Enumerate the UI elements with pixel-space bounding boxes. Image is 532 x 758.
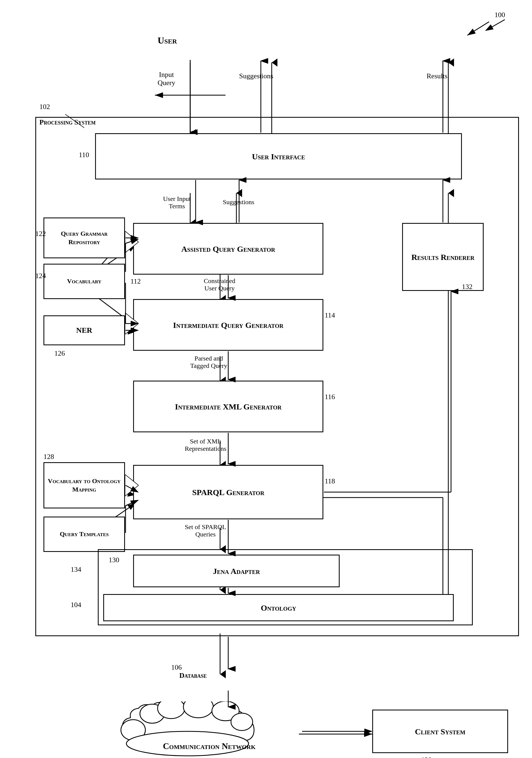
set-xml-repr-label: Set of XMLRepresentations [185, 438, 226, 452]
assisted-query-gen-box: Assisted Query Generator [133, 223, 323, 275]
ref-104: 104 [71, 601, 81, 609]
client-system-box: Client System [372, 709, 508, 753]
suggestions-label-top: Suggestions [239, 72, 273, 80]
ref-134: 134 [71, 566, 81, 574]
query-templates-label: Query Templates [60, 530, 109, 538]
ref-100: 100 [494, 11, 505, 19]
svg-marker-40 [125, 474, 139, 496]
set-sparql-queries-label: Set of SPARQLQueries [185, 523, 226, 538]
intermediate-xml-gen-box: Intermediate XML Generator [133, 381, 323, 432]
user-input-terms-label: User InputTerms [163, 195, 191, 210]
svg-point-31 [158, 702, 185, 719]
vocab-ontology-mapping-label: Vocabulary to Ontology Mapping [44, 477, 124, 494]
svg-marker-39 [125, 313, 139, 334]
jena-adapter-label: Jena Adapter [213, 566, 260, 576]
jena-adapter-box: Jena Adapter [133, 555, 340, 587]
comm-network-cloud: Communication Network [117, 702, 302, 758]
vocabulary-box: Vocabulary [44, 264, 125, 299]
ref-126: 126 [54, 349, 65, 358]
suggestions-label-mid: Suggestions [223, 198, 254, 206]
chevron-qgr [125, 231, 139, 253]
ref-118: 118 [325, 477, 335, 485]
ref-114: 114 [325, 311, 335, 320]
ref-128: 128 [44, 453, 54, 461]
ref-122: 122 [35, 230, 46, 238]
svg-line-70 [486, 19, 505, 30]
ref-120: 120 [421, 756, 432, 758]
user-interface-label: User Interface [252, 151, 305, 162]
svg-marker-38 [125, 231, 139, 253]
vocab-ontology-mapping-box: Vocabulary to Ontology Mapping [44, 462, 125, 508]
svg-point-34 [231, 713, 253, 731]
ref-102: 102 [39, 103, 50, 111]
intermediate-query-gen-label: Intermediate Query Generator [173, 320, 283, 330]
user-interface-box: User Interface [95, 133, 462, 180]
ref-110: 110 [79, 151, 89, 159]
assisted-query-gen-label: Assisted Query Generator [181, 244, 275, 254]
intermediate-query-gen-box: Intermediate Query Generator [133, 299, 323, 351]
results-renderer-label: Results Renderer [411, 252, 474, 262]
ref-106: 106 [171, 663, 182, 672]
ref-132: 132 [462, 283, 473, 291]
constrained-user-query-label: ConstrainedUser Query [204, 277, 235, 292]
user-label: User [158, 35, 177, 46]
results-label-top: Results [427, 72, 448, 80]
ontology-box: Ontology [103, 594, 454, 621]
database-label: Database [179, 672, 207, 680]
sparql-gen-box: SPARQL Generator [133, 465, 323, 519]
query-grammar-repo-box: Query Grammar Repository [44, 218, 125, 258]
input-query-label: InputQuery [158, 71, 175, 87]
intermediate-xml-gen-label: Intermediate XML Generator [175, 401, 282, 412]
ontology-label: Ontology [261, 603, 296, 613]
query-grammar-repo-label: Query Grammar Repository [44, 229, 124, 246]
ref-124: 124 [35, 272, 46, 280]
ref-112: 112 [130, 277, 141, 286]
parsed-tagged-query-label: Parsed andTagged Query [190, 355, 227, 369]
chevron-vocab-ont [125, 474, 139, 496]
results-renderer-box: Results Renderer [402, 223, 483, 291]
client-system-label: Client System [415, 726, 465, 737]
svg-text:Communication Network: Communication Network [163, 741, 255, 751]
ner-box: NER [44, 315, 125, 345]
vocabulary-label: Vocabulary [67, 277, 101, 286]
chevron-ner [125, 313, 139, 334]
query-templates-box: Query Templates [44, 517, 125, 552]
ref-116: 116 [325, 393, 335, 401]
processing-system-label: Processing System [39, 118, 96, 126]
svg-line-28 [467, 22, 489, 35]
sparql-gen-label: SPARQL Generator [192, 487, 264, 498]
ner-label: NER [76, 326, 92, 335]
ref-130: 130 [109, 556, 119, 564]
